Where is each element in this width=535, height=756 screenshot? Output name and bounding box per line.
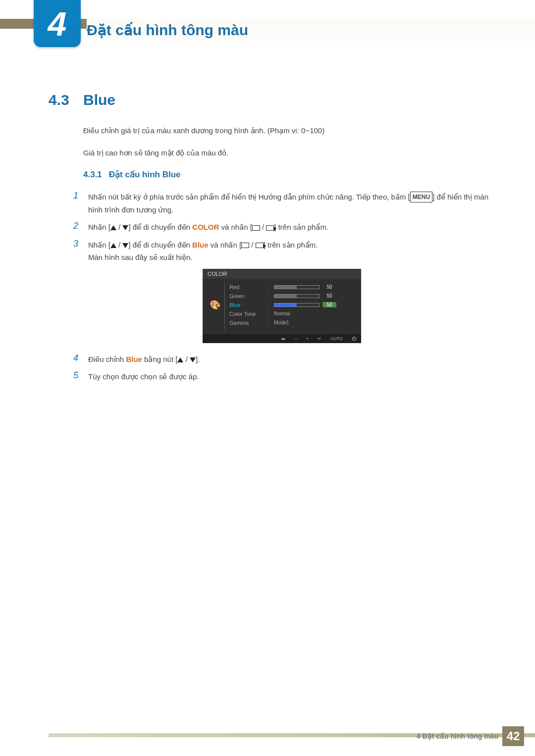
osd-nav-left-icon: ◂▸ bbox=[281, 336, 286, 341]
step-list: 1 Nhấn nút bất kỳ ở phía trước sản phẩm … bbox=[73, 191, 490, 383]
step-4: 4 Điều chỉnh Blue bằng nút [ / ]. bbox=[73, 353, 490, 366]
step-number: 2 bbox=[73, 221, 88, 234]
osd-category-icon-col: 🎨 bbox=[208, 283, 222, 327]
step-text: Tùy chọn được chọn sẽ được áp. bbox=[88, 370, 199, 383]
osd-label-selected: Blue bbox=[229, 302, 265, 308]
osd-row-green: Green : 50 bbox=[229, 292, 356, 301]
osd-row-red: Red : 50 bbox=[229, 283, 356, 292]
osd-row-blue: Blue : 50 bbox=[229, 301, 356, 309]
page-footer: 4 Đặt cấu hình tông màu 42 bbox=[0, 726, 535, 746]
text-fragment: Điều chỉnh bbox=[88, 355, 126, 363]
osd-row-colortone: Color Tone : Normal bbox=[229, 309, 356, 318]
enter-icon bbox=[256, 243, 264, 248]
text-fragment: Nhấn [ bbox=[88, 241, 110, 249]
triangle-up-icon bbox=[110, 225, 116, 230]
step-3: 3 Nhấn [ / ] để di chuyển đến Blue và nh… bbox=[73, 239, 490, 264]
chapter-number: 4 bbox=[48, 7, 67, 41]
triangle-down-icon bbox=[122, 243, 128, 248]
osd-slider bbox=[274, 285, 320, 289]
step-5: 5 Tùy chọn được chọn sẽ được áp. bbox=[73, 370, 490, 383]
page-content: 4.3 Blue Điều chỉnh giá trị của màu xanh… bbox=[49, 92, 490, 388]
osd-slider-selected bbox=[274, 303, 320, 307]
osd-enter-icon: ↵ bbox=[318, 336, 321, 341]
osd-menu: COLOR 🎨 Red : 50 Green : bbox=[203, 269, 361, 343]
footer-box: 4 Đặt cấu hình tông màu 42 bbox=[417, 726, 524, 746]
osd-slider bbox=[274, 294, 320, 298]
osd-colon: : bbox=[268, 284, 271, 290]
text-fragment: ] để di chuyển đến bbox=[128, 223, 192, 231]
source-icon bbox=[241, 243, 249, 248]
osd-power-icon: ⏻ bbox=[352, 336, 356, 341]
footer-page-number: 42 bbox=[502, 726, 524, 746]
osd-label: Green bbox=[229, 293, 265, 299]
section-number: 4.3 bbox=[49, 92, 83, 108]
triangle-up-icon bbox=[110, 243, 116, 248]
text-fragment: bằng nút [ bbox=[142, 355, 178, 363]
osd-label: Gamma bbox=[229, 320, 265, 326]
intro-paragraph-2: Giá trị cao hơn sẽ tăng mật độ của màu đ… bbox=[83, 148, 490, 159]
text-fragment: ] trên sản phẩm. bbox=[264, 241, 318, 249]
chapter-number-block: 4 bbox=[34, 0, 81, 47]
osd-body: 🎨 Red : 50 Green : 50 bbox=[203, 279, 361, 334]
osd-colon: : bbox=[268, 302, 271, 308]
step-text: Nhấn [ / ] để di chuyển đến Blue và nhấn… bbox=[88, 239, 318, 264]
osd-rows: Red : 50 Green : 50 Blue : bbox=[229, 283, 356, 327]
text-fragment: ] trên sản phẩm. bbox=[274, 223, 328, 231]
step-text: Nhấn nút bất kỳ ở phía trước sản phẩm để… bbox=[88, 191, 490, 216]
subsection-title: Đặt cấu hình Blue bbox=[109, 169, 181, 180]
osd-value: Normal bbox=[274, 311, 290, 316]
subsection-number: 4.3.1 bbox=[83, 170, 102, 180]
step-number: 5 bbox=[73, 370, 88, 383]
text-fragment: Nhấn nút bất kỳ ở phía trước sản phẩm để… bbox=[88, 193, 410, 201]
text-fragment: Màn hình sau đây sẽ xuất hiện. bbox=[88, 253, 192, 261]
subsection-heading: 4.3.1 Đặt cấu hình Blue bbox=[83, 169, 490, 180]
text-fragment: Nhấn [ bbox=[88, 223, 110, 231]
osd-nav-plus-icon: + bbox=[306, 336, 309, 341]
osd-value: 50 bbox=[322, 284, 336, 290]
step-number: 4 bbox=[73, 353, 88, 366]
osd-value-highlighted: 50 bbox=[322, 302, 336, 307]
osd-colon: : bbox=[268, 311, 271, 317]
osd-value: Mode1 bbox=[274, 320, 289, 325]
step-number: 1 bbox=[73, 191, 88, 216]
chapter-title: Đặt cấu hình tông màu bbox=[87, 19, 248, 41]
osd-footer-icons: ◂▸ – + ↵ AUTO ⏻ bbox=[203, 334, 361, 343]
osd-colon: : bbox=[268, 320, 271, 326]
triangle-down-icon bbox=[122, 225, 128, 230]
osd-auto-label: AUTO bbox=[330, 336, 343, 341]
step-2: 2 Nhấn [ / ] để di chuyển đến COLOR và n… bbox=[73, 221, 490, 234]
footer-chapter-label: 4 Đặt cấu hình tông màu bbox=[417, 732, 498, 740]
section-title: Blue bbox=[83, 92, 115, 108]
osd-colon: : bbox=[268, 293, 271, 299]
section-heading: 4.3 Blue bbox=[49, 92, 490, 108]
step-1: 1 Nhấn nút bất kỳ ở phía trước sản phẩm … bbox=[73, 191, 490, 216]
triangle-down-icon bbox=[190, 357, 196, 362]
keyword-color: COLOR bbox=[192, 223, 219, 231]
osd-row-gamma: Gamma : Mode1 bbox=[229, 318, 356, 327]
enter-icon bbox=[266, 225, 274, 231]
palette-icon: 🎨 bbox=[210, 300, 220, 310]
step-text: Nhấn [ / ] để di chuyển đến COLOR và nhấ… bbox=[88, 221, 328, 234]
osd-nav-minus-icon: – bbox=[295, 336, 297, 341]
text-fragment: ] để di chuyển đến bbox=[128, 241, 192, 249]
step-text: Điều chỉnh Blue bằng nút [ / ]. bbox=[88, 353, 200, 366]
osd-divider bbox=[222, 283, 229, 327]
keyword-blue: Blue bbox=[192, 241, 209, 249]
text-fragment: và nhấn [ bbox=[219, 223, 252, 231]
osd-label: Red bbox=[229, 284, 265, 290]
keyword-blue: Blue bbox=[126, 355, 142, 363]
triangle-up-icon bbox=[177, 357, 183, 362]
step-number: 3 bbox=[73, 239, 88, 264]
osd-title: COLOR bbox=[203, 269, 361, 279]
osd-label: Color Tone bbox=[229, 311, 265, 317]
text-fragment: ]. bbox=[196, 355, 200, 363]
text-fragment: và nhấn [ bbox=[209, 241, 242, 249]
intro-paragraph-1: Điều chỉnh giá trị của màu xanh dương tr… bbox=[83, 125, 490, 137]
menu-button-label: MENU bbox=[410, 192, 432, 202]
source-icon bbox=[252, 225, 260, 231]
osd-value: 50 bbox=[322, 293, 336, 299]
